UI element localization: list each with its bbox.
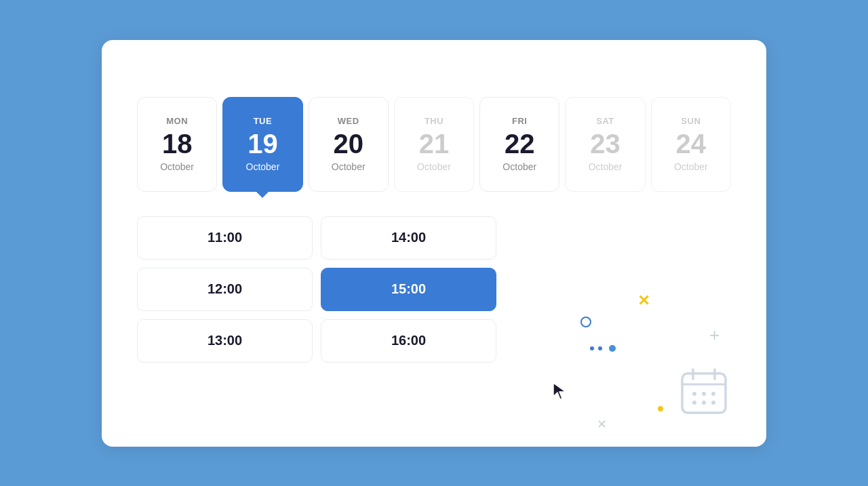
time-cell-t1200[interactable]: 12:00 [137, 268, 313, 311]
day-name-sat23: SAT [596, 116, 614, 126]
day-cell-sun24: SUN24October [651, 97, 731, 192]
day-name-wed20: WED [338, 116, 359, 126]
main-card: MON18OctoberTUE19OctoberWED20OctoberTHU2… [102, 40, 766, 447]
day-month-mon18: October [160, 161, 194, 172]
day-month-wed20: October [332, 161, 366, 172]
svg-point-7 [692, 401, 696, 405]
day-month-fri22: October [502, 161, 536, 172]
svg-point-9 [711, 401, 715, 405]
svg-point-5 [702, 392, 706, 396]
time-cell-t1600[interactable]: 16:00 [321, 319, 496, 363]
day-cell-mon18[interactable]: MON18October [137, 97, 217, 192]
day-number-wed20: 20 [333, 130, 363, 157]
svg-point-8 [702, 401, 706, 405]
time-cell-t1500[interactable]: 15:00 [321, 268, 496, 311]
deco-dot-med [609, 345, 616, 352]
time-cell-t1100[interactable]: 11:00 [137, 216, 313, 260]
day-name-tue19: TUE [254, 116, 273, 126]
day-month-thu21: October [417, 161, 451, 172]
day-cell-fri22[interactable]: FRI22October [479, 97, 559, 192]
day-name-sun24: SUN [681, 116, 701, 126]
deco-dot-sm1 [590, 346, 594, 350]
svg-point-4 [692, 392, 696, 396]
day-cell-thu21: THU21October [394, 97, 474, 192]
day-picker: MON18OctoberTUE19OctoberWED20OctoberTHU2… [137, 97, 731, 192]
day-cell-sat23: SAT23October [565, 97, 645, 192]
day-number-thu21: 21 [419, 130, 450, 157]
deco-circle-blue [580, 317, 591, 327]
deco-x-small: ✕ [597, 417, 607, 432]
deco-plus: + [709, 325, 719, 346]
day-number-mon18: 18 [162, 130, 193, 157]
deco-dot-yellow2 [658, 406, 663, 411]
day-month-sun24: October [674, 161, 708, 172]
svg-point-6 [711, 392, 715, 396]
day-month-sat23: October [589, 161, 623, 172]
day-cell-tue19[interactable]: TUE19October [222, 97, 302, 192]
day-number-sun24: 24 [676, 130, 707, 157]
calendar-icon [677, 364, 731, 418]
time-cell-t1300[interactable]: 13:00 [137, 319, 313, 363]
day-month-tue19: October [246, 161, 280, 172]
day-number-fri22: 22 [505, 130, 535, 157]
day-number-sat23: 23 [590, 130, 620, 157]
day-name-thu21: THU [425, 116, 443, 126]
day-name-fri22: FRI [512, 116, 527, 126]
deco-x-yellow: ✕ [637, 292, 650, 310]
time-grid: 11:0014:0012:0015:0013:0016:00 [137, 216, 496, 363]
day-name-mon18: MON [166, 116, 188, 126]
time-cell-t1400[interactable]: 14:00 [321, 216, 496, 260]
cursor [552, 382, 568, 403]
day-cell-wed20[interactable]: WED20October [309, 97, 389, 192]
deco-dot-sm2 [598, 346, 602, 350]
day-number-tue19: 19 [248, 130, 278, 157]
